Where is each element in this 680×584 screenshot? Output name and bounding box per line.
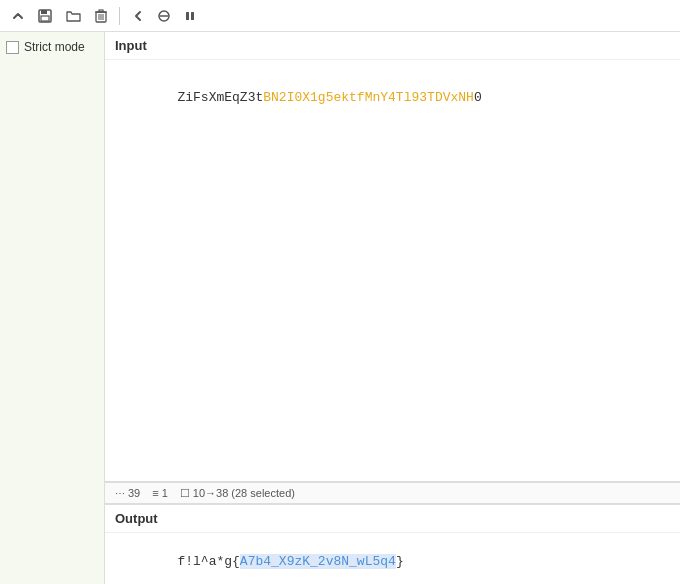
pause-button[interactable] (180, 8, 200, 24)
svg-rect-1 (41, 10, 47, 14)
strict-mode-checkbox[interactable] (6, 41, 19, 54)
output-section: Output f!l^a*g{A7b4_X9zK_2v8N_wL5q4} (105, 504, 680, 584)
save-button[interactable] (34, 7, 56, 25)
svg-rect-2 (41, 16, 49, 21)
selection-value: 10→38 (28 selected) (193, 487, 295, 499)
line-value: 1 (162, 487, 168, 499)
selection-icon: ☐ (180, 487, 190, 500)
sidebar: Strict mode (0, 32, 105, 584)
back-button[interactable] (128, 8, 148, 24)
folder-icon (66, 10, 81, 22)
trash-icon (95, 9, 107, 23)
output-text-highlighted: A7b4_X9zK_2v8N_wL5q4 (240, 554, 396, 569)
toolbar (0, 0, 680, 32)
position-value: 39 (128, 487, 140, 499)
up-arrow-icon (12, 10, 24, 22)
output-text-after: } (396, 554, 404, 569)
svg-rect-5 (99, 10, 103, 12)
status-line: ≡ 1 (152, 487, 168, 499)
svg-rect-11 (186, 12, 189, 20)
svg-rect-12 (191, 12, 194, 20)
status-bar: ⋯ 39 ≡ 1 ☐ 10→38 (28 selected) (105, 482, 680, 504)
status-position: ⋯ 39 (115, 487, 140, 499)
stop-icon (158, 10, 170, 22)
input-text-highlighted: BN2I0X1g5ektfMnY4Tl93TDVxNH (263, 90, 474, 105)
back-icon (132, 10, 144, 22)
toolbar-separator (119, 7, 120, 25)
input-content[interactable]: ZiFsXmEqZ3tBN2I0X1g5ektfMnY4Tl93TDVxNH0 (105, 60, 680, 481)
main-container: Strict mode Input ZiFsXmEqZ3tBN2I0X1g5ek… (0, 32, 680, 584)
strict-mode-toggle[interactable]: Strict mode (6, 40, 98, 54)
stop-button[interactable] (154, 8, 174, 24)
input-text-after: 0 (474, 90, 482, 105)
input-text-before: ZiFsXmEqZ3t (177, 90, 263, 105)
right-panel: Input ZiFsXmEqZ3tBN2I0X1g5ektfMnY4Tl93TD… (105, 32, 680, 584)
pause-icon (184, 10, 196, 22)
line-icon: ≡ (152, 487, 158, 499)
input-section: Input ZiFsXmEqZ3tBN2I0X1g5ektfMnY4Tl93TD… (105, 32, 680, 482)
position-icon: ⋯ (115, 488, 125, 499)
strict-mode-label: Strict mode (24, 40, 85, 54)
status-selection: ☐ 10→38 (28 selected) (180, 487, 295, 500)
output-text-before: f!l^a*g{ (177, 554, 239, 569)
save-icon (38, 9, 52, 23)
output-content[interactable]: f!l^a*g{A7b4_X9zK_2v8N_wL5q4} (105, 533, 680, 584)
output-header: Output (105, 505, 680, 533)
delete-button[interactable] (91, 7, 111, 25)
folder-button[interactable] (62, 8, 85, 24)
input-header: Input (105, 32, 680, 60)
up-arrow-button[interactable] (8, 8, 28, 24)
